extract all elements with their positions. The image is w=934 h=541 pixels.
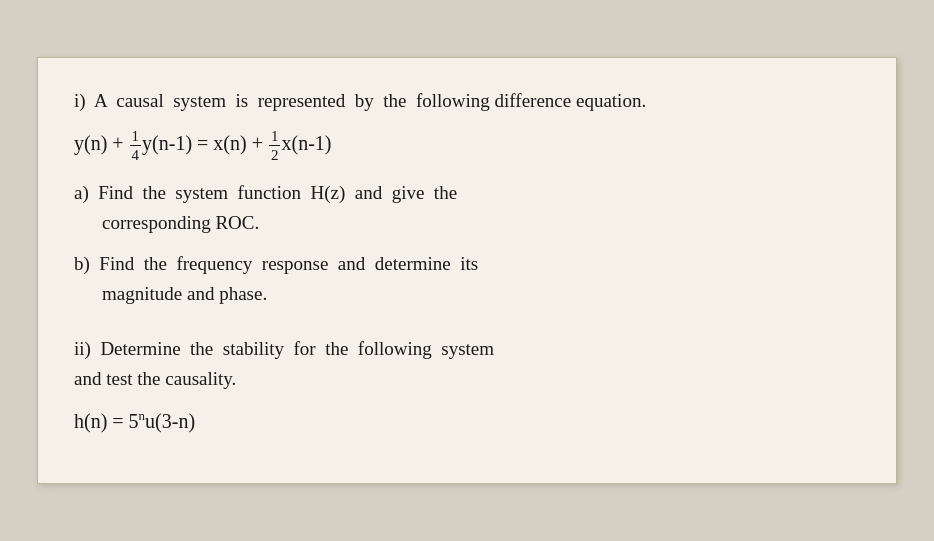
- fraction-one-half: 12: [269, 127, 281, 164]
- section-part-b: b) Find the frequency response and deter…: [74, 249, 860, 308]
- part-b-line1: b) Find the frequency response and deter…: [74, 249, 860, 278]
- part-a-line2: corresponding ROC.: [74, 208, 860, 237]
- superscript-n: n: [139, 408, 146, 423]
- section-part-a: a) Find the system function H(z) and giv…: [74, 178, 860, 237]
- part-b-line2: magnitude and phase.: [74, 279, 860, 308]
- section-ii-line1: ii) Determine the stability for the foll…: [74, 334, 860, 363]
- fraction-one-quarter: 14: [130, 127, 142, 164]
- hn-equation: h(n) = 5nu(3-n): [74, 405, 860, 437]
- section-ii-line2: and test the causality.: [74, 364, 860, 393]
- difference-equation: y(n) + 14y(n-1) = x(n) + 12x(n-1): [74, 127, 860, 164]
- section-i-intro: i) A causal system is represented by the…: [74, 86, 860, 115]
- main-card: i) A causal system is represented by the…: [37, 57, 897, 484]
- section-ii: ii) Determine the stability for the foll…: [74, 334, 860, 393]
- intro-text: i) A causal system is represented by the…: [74, 86, 860, 115]
- part-a-line1: a) Find the system function H(z) and giv…: [74, 178, 860, 207]
